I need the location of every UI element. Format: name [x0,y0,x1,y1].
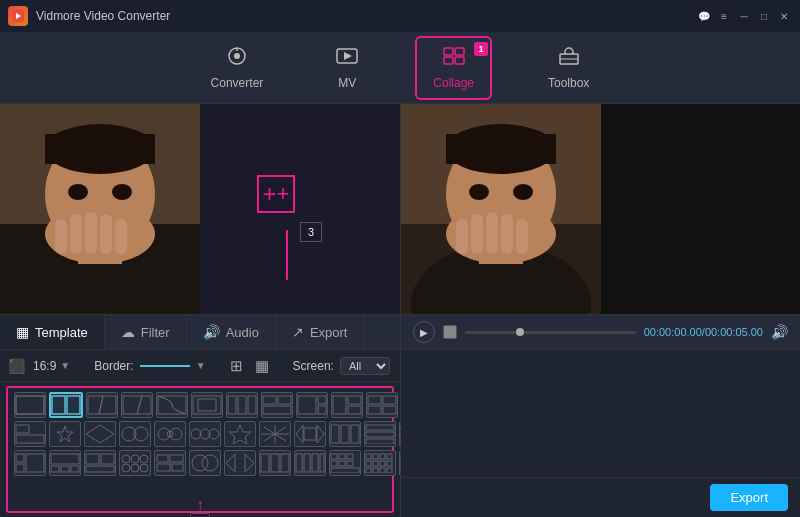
tmpl-four-eq[interactable] [294,450,326,476]
svg-rect-107 [16,454,24,462]
tmpl-dotted4[interactable] [329,450,361,476]
ratio-select[interactable]: 16:9 ▼ [33,359,70,373]
titlebar-controls[interactable]: 💬 ≡ ─ □ ✕ [696,8,792,24]
minimize-button[interactable]: ─ [736,8,752,24]
svg-rect-222 [516,219,528,254]
app-icon [8,6,28,26]
toolbox-icon [557,46,581,72]
svg-rect-144 [331,468,359,473]
svg-point-22 [112,184,132,200]
tmpl-3vert[interactable] [329,421,361,447]
tab-audio[interactable]: 🔊 Audio [187,315,276,349]
svg-rect-51 [368,396,381,404]
tmpl-diagonal[interactable] [121,392,153,418]
svg-rect-114 [86,454,99,464]
tab-mv[interactable]: MV [319,38,375,98]
border-label: Border: [94,359,133,373]
menu-icon[interactable]: ≡ [716,8,732,24]
tmpl-two-right[interactable] [331,392,363,418]
svg-rect-41 [248,396,256,414]
tmpl-snowflake[interactable] [259,421,291,447]
svg-rect-49 [348,396,361,404]
tab-collage[interactable]: Collage 1 [415,36,492,100]
svg-rect-7 [444,48,453,55]
pattern-icon[interactable]: ▦ [255,357,269,375]
tmpl-rect-center[interactable] [191,392,223,418]
message-icon[interactable]: 💬 [696,8,712,24]
stop-button[interactable] [443,325,457,339]
time-display: 00:00:00.00/00:00:05.00 [644,326,763,338]
toolbox-label: Toolbox [548,76,589,90]
playback-bar: ▶ 00:00:00.00/00:00:05.00 🔊 [401,314,800,350]
svg-rect-220 [486,212,498,254]
tmpl-split2h[interactable] [49,392,83,418]
tmpl-two-circles[interactable] [189,450,221,476]
tab-converter[interactable]: Converter [195,38,280,98]
grid-view-icon[interactable]: ⊞ [230,357,243,375]
svg-marker-6 [344,52,352,60]
tab-filter[interactable]: ☁ Filter [105,315,187,349]
tab-toolbox[interactable]: Toolbox [532,38,605,98]
close-button[interactable]: ✕ [776,8,792,24]
right-video-placeholder[interactable]: + 3 [200,104,400,314]
svg-point-121 [131,464,139,472]
svg-rect-85 [351,425,359,443]
tmpl-arrows[interactable] [294,421,326,447]
volume-icon[interactable]: 🔊 [771,324,788,340]
svg-rect-145 [366,454,371,459]
svg-rect-136 [312,454,318,472]
filter-label: Filter [141,325,170,340]
tmpl-star-alt[interactable] [224,421,256,447]
ratio-dropdown-arrow: ▼ [60,360,70,371]
border-control: Border: ▼ [94,359,205,373]
svg-rect-115 [101,454,114,464]
border-dropdown-arrow[interactable]: ▼ [196,360,206,371]
tmpl-arrows-lr[interactable] [224,450,256,476]
svg-marker-34 [99,396,116,414]
svg-point-214 [469,184,489,200]
tab-export-sub[interactable]: ↗ Export [276,315,365,349]
add-clip-button[interactable]: + [257,175,295,213]
border-line [140,365,190,367]
svg-rect-27 [85,212,97,254]
audio-icon: 🔊 [203,324,220,340]
template-row-3 [14,450,386,476]
tmpl-squares-lr[interactable] [14,450,46,476]
tmpl-three-eq[interactable] [259,450,291,476]
tmpl-3col[interactable] [226,392,258,418]
tmpl-seg5[interactable] [364,450,396,476]
tmpl-corner[interactable] [14,421,46,447]
play-button[interactable]: ▶ [413,321,435,343]
tmpl-gear[interactable] [154,421,186,447]
tmpl-circles[interactable] [119,421,151,447]
tmpl-squares[interactable] [154,450,186,476]
progress-dot[interactable] [516,328,524,336]
progress-bar[interactable] [465,331,636,334]
tmpl-trapezoid[interactable] [86,392,118,418]
maximize-button[interactable]: □ [756,8,772,24]
svg-rect-152 [387,461,392,466]
svg-rect-150 [373,461,378,466]
svg-rect-218 [456,219,468,254]
svg-rect-8 [455,48,464,55]
tmpl-diamond[interactable] [84,421,116,447]
tmpl-star[interactable] [49,421,81,447]
svg-rect-42 [263,396,276,404]
tmpl-wave[interactable] [156,392,188,418]
tmpl-split-right[interactable] [296,392,328,418]
export-button[interactable]: Export [710,484,788,511]
tmpl-three-bot[interactable] [49,450,81,476]
clip-number-badge: 3 [300,222,322,242]
svg-rect-142 [339,461,345,466]
tmpl-lines[interactable] [364,421,396,447]
tmpl-three-bot-alt[interactable] [84,450,116,476]
svg-rect-156 [387,468,392,473]
tab-template[interactable]: ▦ Template [0,315,105,349]
tmpl-three-circles[interactable] [189,421,221,447]
tmpl-single[interactable] [14,392,46,418]
tmpl-many-circles[interactable] [119,450,151,476]
tmpl-multi[interactable] [261,392,293,418]
svg-rect-108 [16,464,24,472]
screen-select[interactable]: All Half [340,357,390,375]
tmpl-4grid[interactable] [366,392,398,418]
